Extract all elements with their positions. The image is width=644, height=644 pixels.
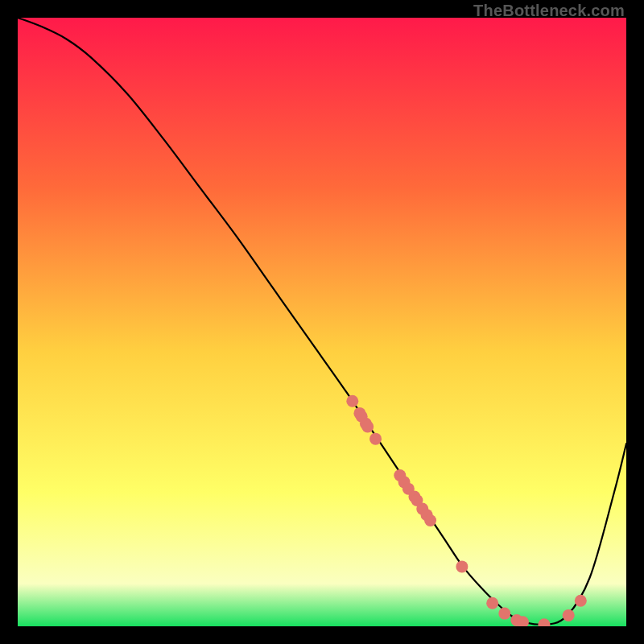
- plot-area: [18, 18, 626, 626]
- chart-svg: [18, 18, 626, 626]
- sample-marker: [361, 421, 374, 433]
- sample-marker: [369, 433, 382, 445]
- sample-marker: [346, 395, 358, 407]
- sample-marker: [486, 597, 498, 609]
- sample-marker: [563, 609, 575, 621]
- sample-marker: [424, 514, 436, 526]
- gradient-background: [18, 18, 626, 626]
- sample-marker: [575, 595, 587, 607]
- sample-marker: [498, 608, 510, 620]
- sample-marker: [456, 560, 468, 572]
- chart-container: TheBottleneck.com: [0, 0, 644, 644]
